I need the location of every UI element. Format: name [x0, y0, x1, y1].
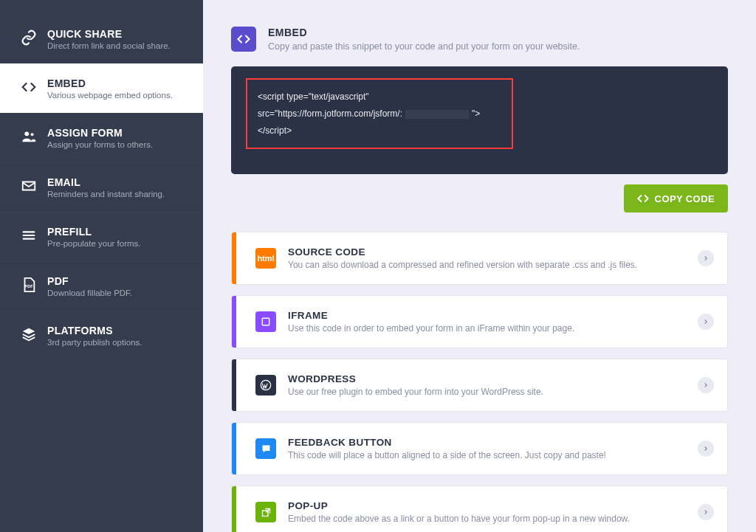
code-highlight: <script type="text/javascript" src="http…	[246, 78, 513, 149]
sidebar-item-sub: Various webpage embed options.	[47, 91, 173, 100]
chevron-right-icon	[698, 504, 714, 520]
embed-header: EMBED Copy and paste this snippet to you…	[231, 27, 728, 52]
option-title: IFRAME	[288, 310, 686, 321]
wordpress-icon	[255, 375, 276, 395]
list-icon	[21, 227, 37, 243]
option-sub: This code will place a button aligned to…	[288, 450, 686, 460]
chat-icon	[255, 438, 276, 459]
sidebar-item-prefill[interactable]: PREFILL Pre-populate your forms.	[0, 212, 203, 261]
mail-icon	[21, 178, 37, 194]
chevron-right-icon	[698, 314, 714, 330]
code-icon	[231, 27, 256, 52]
sidebar-item-title: EMBED	[47, 77, 173, 89]
layers-icon	[21, 326, 37, 342]
sidebar-item-title: QUICK SHARE	[47, 28, 171, 40]
main-content: EMBED Copy and paste this snippet to you…	[203, 0, 756, 532]
sidebar-item-title: PLATFORMS	[47, 325, 142, 336]
option-sub: Use this code in order to embed your for…	[288, 323, 686, 334]
link-icon	[21, 30, 37, 46]
option-iframe[interactable]: IFRAME Use this code in order to embed y…	[231, 295, 728, 348]
option-source-code[interactable]: html SOURCE CODE You can also download a…	[231, 232, 728, 285]
svg-text:PDF: PDF	[25, 284, 34, 289]
sidebar-item-sub: Reminders and instant sharing.	[47, 190, 165, 198]
sidebar-item-email[interactable]: EMAIL Reminders and instant sharing.	[0, 162, 203, 212]
code-snippet-box[interactable]: <script type="text/javascript" src="http…	[231, 66, 728, 174]
page-title: EMBED	[268, 27, 580, 38]
pdf-icon: PDF	[21, 277, 37, 293]
option-title: WORDPRESS	[288, 373, 686, 384]
chevron-right-icon	[698, 441, 714, 457]
svg-rect-6	[262, 319, 269, 325]
option-title: FEEDBACK BUTTON	[288, 437, 686, 448]
sidebar-item-platforms[interactable]: PLATFORMS 3rd party publish options.	[0, 311, 203, 360]
svg-point-1	[30, 133, 33, 136]
sidebar-item-sub: Download fillable PDF.	[47, 289, 132, 297]
option-sub: Use our free plugin to embed your form i…	[288, 387, 686, 397]
option-sub: Embed the code above as a link or a butt…	[288, 514, 686, 524]
code-icon	[21, 79, 37, 95]
code-line: src="https://form.jotform.com/jsform/:">…	[258, 106, 501, 139]
option-sub: You can also download a compressed and r…	[288, 260, 686, 270]
chevron-right-icon	[698, 377, 714, 393]
code-icon	[637, 193, 649, 204]
option-popup[interactable]: POP-UP Embed the code above as a link or…	[231, 486, 728, 532]
sidebar-item-sub: Pre-populate your forms.	[47, 239, 141, 248]
option-title: SOURCE CODE	[288, 246, 686, 258]
sidebar-item-sub: Assign your forms to others.	[47, 140, 153, 149]
sidebar-item-title: ASSIGN FORM	[47, 127, 153, 139]
chevron-right-icon	[698, 250, 714, 266]
option-title: POP-UP	[288, 500, 686, 511]
sidebar-item-title: EMAIL	[47, 176, 165, 188]
frame-icon	[255, 311, 276, 332]
popup-icon	[255, 502, 276, 522]
svg-point-0	[24, 131, 29, 136]
sidebar-item-embed[interactable]: EMBED Various webpage embed options.	[0, 63, 203, 113]
sidebar-item-quick-share[interactable]: QUICK SHARE Direct form link and social …	[0, 15, 203, 63]
sidebar-item-sub: 3rd party publish options.	[47, 338, 142, 347]
html-icon: html	[255, 248, 276, 269]
option-feedback-button[interactable]: FEEDBACK BUTTON This code will place a b…	[231, 422, 728, 475]
sidebar-item-assign-form[interactable]: ASSIGN FORM Assign your forms to others.	[0, 113, 203, 162]
copy-button-label: COPY CODE	[655, 193, 715, 204]
sidebar-item-title: PREFILL	[47, 226, 141, 238]
copy-code-button[interactable]: COPY CODE	[624, 184, 728, 213]
embed-options-list: html SOURCE CODE You can also download a…	[231, 232, 728, 532]
option-wordpress[interactable]: WORDPRESS Use our free plugin to embed y…	[231, 359, 728, 412]
redacted-id	[405, 110, 469, 119]
page-subtitle: Copy and paste this snippet to your code…	[268, 41, 580, 52]
users-icon	[21, 128, 37, 145]
sidebar: QUICK SHARE Direct form link and social …	[0, 0, 203, 532]
sidebar-item-title: PDF	[47, 275, 132, 287]
sidebar-item-pdf[interactable]: PDF PDF Download fillable PDF.	[0, 261, 203, 311]
sidebar-item-sub: Direct form link and social share.	[47, 41, 171, 50]
code-line: <script type="text/javascript"	[258, 89, 501, 106]
